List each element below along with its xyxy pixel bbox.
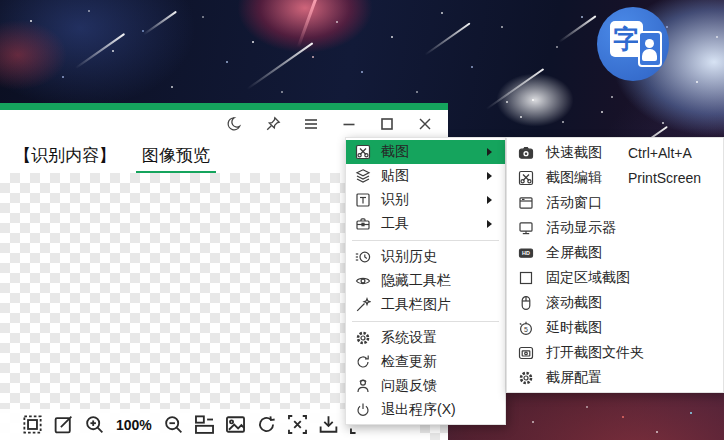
- menu-item-label: 活动显示器: [546, 219, 616, 237]
- menu-item-label: 截图编辑: [546, 169, 602, 187]
- menu-item-shortcut: Ctrl+Alt+A: [628, 145, 692, 161]
- meteor-streak: [143, 11, 177, 36]
- menu-item-exit[interactable]: 退出程序(X): [346, 398, 505, 422]
- tab-image-preview[interactable]: 图像预览: [136, 137, 216, 173]
- download-button[interactable]: [317, 413, 341, 437]
- submenu-item-delayed-screenshot[interactable]: 5延时截图: [507, 315, 723, 340]
- menu-item-label: 固定区域截图: [546, 269, 630, 287]
- desktop: 字 【识别内容】 图像预览 100% 截图: [0, 0, 724, 440]
- text-box-icon: [354, 192, 371, 209]
- menu-item-label: 识别: [381, 191, 409, 209]
- camera-icon: [517, 144, 534, 161]
- menu-item-label: 滚动截图: [546, 294, 602, 312]
- edit-button[interactable]: [51, 413, 75, 437]
- svg-text:5: 5: [524, 325, 528, 332]
- submenu-arrow-icon: [487, 172, 492, 180]
- meteor-streak: [424, 22, 470, 55]
- submenu-item-screenshot-config[interactable]: 截屏配置: [507, 365, 723, 390]
- menu-item-system-settings[interactable]: 系统设置: [346, 326, 505, 350]
- menu-item-label: 截图: [381, 143, 409, 161]
- pin-icon[interactable]: [264, 115, 282, 133]
- meteor-streak: [247, 42, 314, 90]
- menu-separator: [352, 240, 499, 241]
- menu-item-hide-toolbar[interactable]: 隐藏工具栏: [346, 269, 505, 293]
- scissors-box-icon: [354, 144, 371, 161]
- submenu-item-quick-screenshot[interactable]: 快速截图Ctrl+Alt+A: [507, 140, 723, 165]
- window-accent-strip: [0, 103, 448, 110]
- close-button[interactable]: [416, 115, 434, 133]
- monitor-icon: [517, 219, 534, 236]
- rotate-button[interactable]: [255, 413, 279, 437]
- eye-icon: [354, 273, 371, 290]
- timer-icon: 5: [517, 319, 534, 336]
- menu-item-feedback[interactable]: 问题反馈: [346, 374, 505, 398]
- menu-item-label: 隐藏工具栏: [381, 272, 451, 290]
- menu-item-paste-image[interactable]: 贴图: [346, 164, 505, 188]
- screenshot-submenu: 快速截图Ctrl+Alt+A截图编辑PrintScreen活动窗口活动显示器HD…: [506, 137, 724, 393]
- comet-streak: [297, 0, 319, 48]
- power-icon: [354, 402, 371, 419]
- submenu-item-screenshot-edit[interactable]: 截图编辑PrintScreen: [507, 165, 723, 190]
- submenu-item-fixed-region-screenshot[interactable]: 固定区域截图: [507, 265, 723, 290]
- menu-item-recognition-history[interactable]: 识别历史: [346, 245, 505, 269]
- menu-item-label: 检查更新: [381, 353, 437, 371]
- submenu-item-active-window[interactable]: 活动窗口: [507, 190, 723, 215]
- app-window-icon: [517, 194, 534, 211]
- menu-separator: [352, 321, 499, 322]
- menu-item-check-update[interactable]: 检查更新: [346, 350, 505, 374]
- menu-item-screenshot[interactable]: 截图: [346, 140, 505, 164]
- dark-mode-moon-icon[interactable]: [226, 115, 244, 133]
- zoom-in-button[interactable]: [82, 413, 106, 437]
- svg-text:HD: HD: [522, 250, 530, 256]
- crop-x-button[interactable]: [286, 413, 310, 437]
- menu-item-label: 全屏截图: [546, 244, 602, 262]
- menu-item-shortcut: PrintScreen: [628, 170, 701, 186]
- tab-recognition-content[interactable]: 【识别内容】: [8, 137, 122, 173]
- submenu-arrow-icon: [487, 220, 492, 228]
- layers-icon: [354, 168, 371, 185]
- ocr-app-icon[interactable]: 字: [597, 7, 669, 81]
- submenu-arrow-icon: [487, 196, 492, 204]
- menu-item-label: 延时截图: [546, 319, 602, 337]
- mouse-icon: [517, 294, 534, 311]
- menu-item-label: 问题反馈: [381, 377, 437, 395]
- menu-item-label: 退出程序(X): [381, 401, 456, 419]
- submenu-item-active-display[interactable]: 活动显示器: [507, 215, 723, 240]
- feedback-person-icon: [354, 378, 371, 395]
- menu-item-label: 快速截图: [546, 144, 602, 162]
- scissors-box-icon: [517, 169, 534, 186]
- history-icon: [354, 249, 371, 266]
- menu-item-tools[interactable]: 工具: [346, 212, 505, 236]
- zoom-out-button[interactable]: [162, 413, 186, 437]
- submenu-item-fullscreen-screenshot[interactable]: HD全屏截图: [507, 240, 723, 265]
- submenu-item-scrolling-screenshot[interactable]: 滚动截图: [507, 290, 723, 315]
- menu-item-label: 工具: [381, 215, 409, 233]
- main-menu: 截图贴图识别工具识别历史隐藏工具栏工具栏图片系统设置检查更新问题反馈退出程序(X…: [345, 137, 506, 425]
- stamp-button[interactable]: [20, 413, 44, 437]
- layout-button[interactable]: [193, 413, 217, 437]
- meteor-streak: [558, 15, 596, 42]
- hd-screen-icon: HD: [517, 244, 534, 261]
- minimize-button[interactable]: [340, 115, 358, 133]
- hamburger-menu-icon[interactable]: [302, 115, 320, 133]
- zoom-level: 100%: [113, 417, 155, 433]
- submenu-item-open-screenshot-folder[interactable]: 打开截图文件夹: [507, 340, 723, 365]
- menu-item-label: 识别历史: [381, 248, 437, 266]
- square-icon: [517, 269, 534, 286]
- image-button[interactable]: [224, 413, 248, 437]
- menu-item-label: 工具栏图片: [381, 296, 451, 314]
- window-titlebar: [0, 110, 448, 137]
- maximize-button[interactable]: [378, 115, 396, 133]
- meteor-streak: [75, 33, 125, 69]
- submenu-arrow-icon: [487, 148, 492, 156]
- folder-image-icon: [517, 344, 534, 361]
- refresh-icon: [354, 354, 371, 371]
- menu-item-label: 打开截图文件夹: [546, 344, 644, 362]
- menu-item-recognize[interactable]: 识别: [346, 188, 505, 212]
- menu-item-label: 系统设置: [381, 329, 437, 347]
- menu-item-label: 截屏配置: [546, 369, 602, 387]
- menu-item-toolbar-image[interactable]: 工具栏图片: [346, 293, 505, 317]
- stars-decoration: [0, 0, 2, 2]
- menu-item-label: 活动窗口: [546, 194, 602, 212]
- magic-wand-icon: [354, 297, 371, 314]
